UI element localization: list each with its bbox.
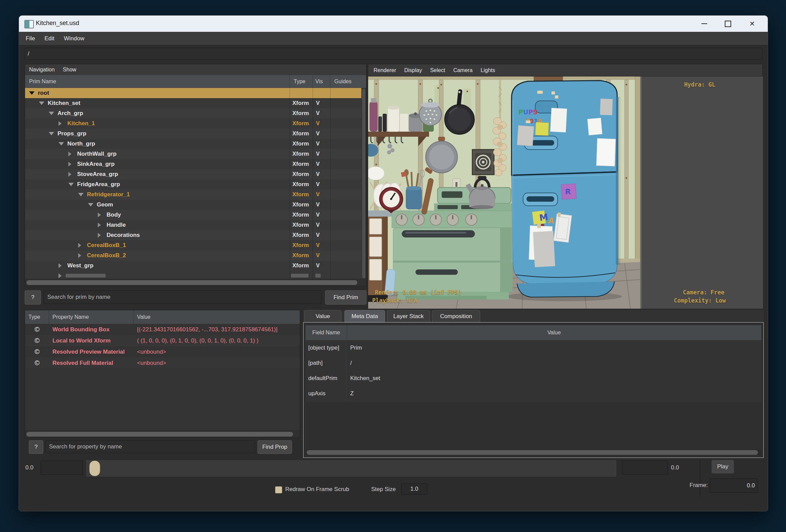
prim-vis-label[interactable]: V <box>316 190 320 200</box>
prim-vis-label[interactable]: V <box>316 139 320 149</box>
prim-vis-label[interactable]: V <box>316 98 320 108</box>
viewport-menu-item-renderer[interactable]: Renderer <box>369 64 400 76</box>
expanded-arrow-icon[interactable] <box>68 183 74 186</box>
property-row-resolved-preview-material[interactable]: ©Resolved Preview Material<unbound> <box>25 346 300 357</box>
menu-item-edit[interactable]: Edit <box>40 32 59 45</box>
tree-menu-item-show[interactable]: Show <box>59 64 81 75</box>
collapsed-arrow-icon[interactable] <box>78 243 81 248</box>
prim-vis-label[interactable]: V <box>316 210 320 220</box>
menu-item-file[interactable]: File <box>21 32 40 45</box>
prim-vis-label[interactable]: V <box>316 169 320 179</box>
tree-row-props-grp[interactable]: Props_grpXformV <box>25 129 366 139</box>
collapsed-arrow-icon[interactable] <box>59 263 62 268</box>
property-row-resolved-full-material[interactable]: ©Resolved Full Material<unbound> <box>25 357 300 369</box>
tree-row-sinkarea-grp[interactable]: SinkArea_grpXformV <box>25 159 366 169</box>
close-button[interactable]: ✕ <box>743 16 762 32</box>
tab-value[interactable]: Value <box>304 310 341 322</box>
tree-row-geom[interactable]: GeomXformV <box>25 200 366 210</box>
prim-vis-label[interactable]: V <box>316 159 320 169</box>
tree-row-handle[interactable]: HandleXformV <box>25 220 366 230</box>
find-prim-button[interactable]: Find Prim <box>325 290 366 305</box>
column-header-vis[interactable]: Vis <box>313 75 330 88</box>
column-header-type[interactable]: Type <box>25 310 49 324</box>
prim-vis-label[interactable]: V <box>316 149 320 159</box>
tree-row-kitchen-set[interactable]: Kitchen_setXformV <box>25 98 366 108</box>
prim-vis-label[interactable]: V <box>316 261 320 271</box>
tree-row-root[interactable]: root <box>25 88 366 98</box>
tab-meta-data[interactable]: Meta Data <box>344 310 385 322</box>
range-end-input[interactable] <box>622 461 668 475</box>
collapsed-arrow-icon[interactable] <box>78 253 81 258</box>
tree-row-refridgerator-1[interactable]: Refridgerator_1XformV <box>25 190 366 200</box>
prim-vis-label[interactable]: V <box>316 240 320 250</box>
tree-vertical-scrollbar[interactable] <box>361 88 366 279</box>
collapsed-arrow-icon[interactable] <box>68 162 71 167</box>
title-bar[interactable]: Kitchen_set.usd ✕ <box>19 16 768 32</box>
minimize-button[interactable] <box>695 16 714 32</box>
expanded-arrow-icon[interactable] <box>59 142 64 146</box>
tree-row-body[interactable]: BodyXformV <box>25 210 366 220</box>
prim-path-input[interactable] <box>25 48 762 60</box>
prim-vis-label[interactable]: V <box>316 220 320 230</box>
prim-vis-label[interactable]: V <box>316 108 320 118</box>
prop-search-input[interactable] <box>45 440 255 453</box>
viewport-menu-item-lights[interactable]: Lights <box>477 64 499 76</box>
column-header-value[interactable]: Value <box>134 310 300 324</box>
column-header-type[interactable]: Type <box>290 75 313 88</box>
find-prop-button[interactable]: Find Prop <box>257 440 292 454</box>
column-header-value[interactable]: Value <box>347 325 761 340</box>
property-row-local-to-world-xform[interactable]: ©Local to World Xform( (1, 0, 0, 0), (0,… <box>25 335 300 346</box>
prim-vis-label[interactable]: V <box>316 250 320 261</box>
prim-vis-label[interactable]: V <box>316 118 320 129</box>
column-header-guides[interactable]: Guides <box>330 75 361 88</box>
collapsed-arrow-icon[interactable] <box>59 121 62 126</box>
prim-vis-label[interactable]: V <box>316 179 320 190</box>
redraw-checkbox[interactable] <box>275 486 282 493</box>
prim-search-input[interactable] <box>44 290 322 304</box>
column-header-field-name[interactable]: Field Name <box>306 325 347 340</box>
collapsed-arrow-icon[interactable] <box>98 213 101 217</box>
property-horizontal-scrollbar[interactable] <box>25 430 300 438</box>
tree-row-west-grp[interactable]: West_grpXformV <box>25 261 366 271</box>
viewport-menu-item-camera[interactable]: Camera <box>449 64 477 76</box>
frame-slider-handle[interactable] <box>89 461 100 476</box>
column-header-prim-name[interactable]: Prim Name <box>25 75 290 88</box>
column-header-property-name[interactable]: Property Name <box>49 310 134 324</box>
expanded-arrow-icon[interactable] <box>78 193 84 196</box>
prim-vis-label[interactable]: V <box>316 129 320 139</box>
expanded-arrow-icon[interactable] <box>49 132 54 135</box>
prop-search-help-button[interactable]: ? <box>29 440 43 454</box>
tree-row-north-grp[interactable]: North_grpXformV <box>25 139 366 149</box>
expanded-arrow-icon[interactable] <box>39 102 44 105</box>
tree-row-cerealboxb-2[interactable]: CerealBoxB_2XformV <box>25 250 366 261</box>
tab-composition[interactable]: Composition <box>432 310 480 322</box>
tree-row-fridgearea-grp[interactable]: FridgeArea_grpXformV <box>25 179 366 190</box>
tree-row-kitchen-1[interactable]: Kitchen_1XformV <box>25 118 366 129</box>
collapsed-arrow-icon[interactable] <box>68 172 71 177</box>
expanded-arrow-icon[interactable] <box>49 112 54 115</box>
frame-slider[interactable] <box>86 460 617 477</box>
collapsed-arrow-icon[interactable] <box>68 152 71 156</box>
tree-row-northwall-grp[interactable]: NorthWall_grpXformV <box>25 149 366 159</box>
tree-row-cerealboxb-1[interactable]: CerealBoxB_1XformV <box>25 240 366 250</box>
range-start-input[interactable] <box>41 461 83 475</box>
expanded-arrow-icon[interactable] <box>29 91 35 95</box>
tree-horizontal-scrollbar[interactable] <box>25 279 366 286</box>
prim-search-help-button[interactable]: ? <box>25 290 41 305</box>
expanded-arrow-icon[interactable] <box>88 203 93 206</box>
prim-vis-label[interactable]: V <box>316 230 320 240</box>
viewport-canvas[interactable]: PUPS 2016 <box>368 76 763 309</box>
collapsed-arrow-icon[interactable] <box>98 223 101 227</box>
frame-input[interactable] <box>710 479 758 493</box>
tab-layer-stack[interactable]: Layer Stack <box>387 310 430 322</box>
collapsed-arrow-icon[interactable] <box>98 233 101 238</box>
tree-row-clipped[interactable] <box>25 271 366 280</box>
tree-menu-item-navigation[interactable]: Navigation <box>25 64 59 75</box>
step-size-input[interactable] <box>401 483 427 495</box>
tree-row-arch-grp[interactable]: Arch_grpXformV <box>25 108 366 118</box>
meta-horizontal-scrollbar[interactable] <box>306 449 761 456</box>
maximize-button[interactable] <box>718 16 737 32</box>
tree-row-stovearea-grp[interactable]: StoveArea_grpXformV <box>25 169 366 179</box>
collapsed-arrow-icon[interactable] <box>59 273 62 278</box>
property-row-world-bounding-box[interactable]: ©World Bounding Box[(-221.34317016601562… <box>25 324 300 335</box>
